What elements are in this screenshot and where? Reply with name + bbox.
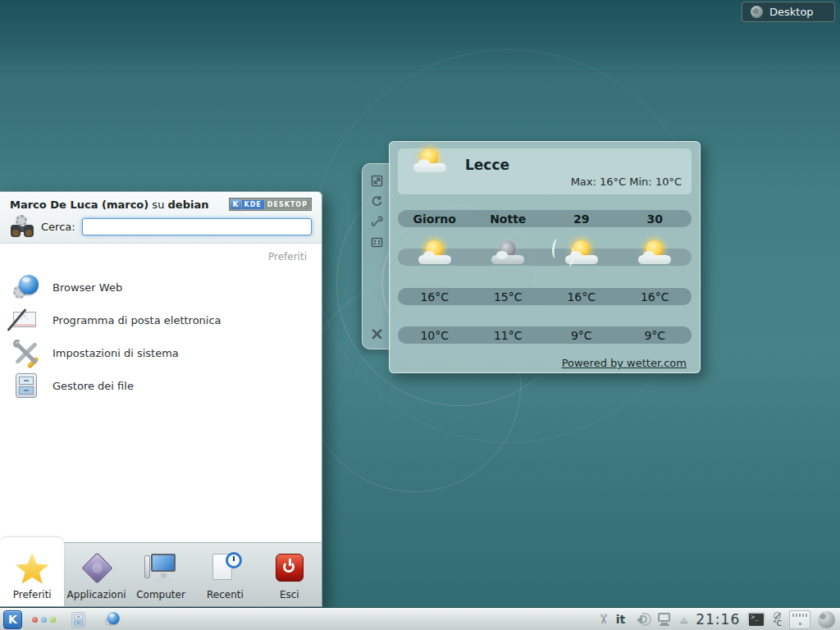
kde-desktop-badge: K KDE DESKTOP bbox=[229, 198, 313, 211]
col-header: Notte bbox=[472, 212, 546, 226]
file-manager-launcher-icon[interactable] bbox=[71, 612, 86, 628]
user-identity: Marco De Luca (marco) su debian bbox=[10, 199, 208, 211]
applications-diamond-icon bbox=[80, 552, 114, 585]
panel-toolbox-cashew-icon[interactable] bbox=[818, 611, 835, 628]
kickoff-content: Preferiti Browser Web Programma di posta… bbox=[0, 244, 322, 542]
weather-city: Lecce bbox=[465, 157, 509, 173]
power-off-icon bbox=[272, 552, 307, 585]
night-temp: 11°C bbox=[472, 329, 546, 342]
computer-icon bbox=[144, 552, 178, 585]
night-temp: 9°C bbox=[545, 329, 619, 342]
file-manager-icon bbox=[13, 372, 39, 399]
resize-icon[interactable] bbox=[371, 174, 384, 187]
col-header: 30 bbox=[619, 212, 692, 226]
kmenu-launcher-button[interactable]: K bbox=[3, 610, 22, 629]
col-header: Giorno bbox=[398, 212, 472, 226]
user-name: Marco De Luca (marco) bbox=[10, 199, 148, 211]
night-temp: 9°C bbox=[619, 329, 692, 342]
rotate-icon[interactable] bbox=[371, 194, 384, 208]
weather-unit-label: °C bbox=[773, 620, 782, 628]
tab-esci[interactable]: Esci bbox=[258, 543, 322, 606]
weather-column-headers: Giorno Notte 29 30 bbox=[398, 210, 692, 227]
host-name: debian bbox=[168, 199, 209, 211]
tab-applicazioni[interactable]: Applicazioni bbox=[64, 543, 128, 606]
favorite-item-system-settings[interactable]: Impostazioni di sistema bbox=[0, 336, 322, 369]
tab-label: Esci bbox=[280, 589, 299, 600]
sun-cloud-icon bbox=[637, 240, 672, 265]
weather-header: Lecce Max: 16°C Min: 10°C bbox=[398, 148, 692, 194]
favorite-item-file-manager[interactable]: Gestore dei file bbox=[0, 369, 322, 402]
weather-tray-icon[interactable]: °C bbox=[773, 612, 782, 628]
crescent-decoration bbox=[551, 238, 562, 258]
klipper-scissors-icon[interactable]: ✂ bbox=[596, 614, 609, 624]
web-browser-icon bbox=[13, 274, 39, 300]
section-label: Preferiti bbox=[268, 251, 307, 262]
recent-documents-icon bbox=[208, 552, 242, 585]
dot-green bbox=[50, 617, 56, 623]
desktop-toolbox[interactable]: Desktop bbox=[742, 2, 835, 22]
wetter-com-link[interactable]: Powered by wetter.com bbox=[562, 357, 687, 369]
tab-label: Preferiti bbox=[13, 589, 52, 600]
day-temp: 16°C bbox=[619, 290, 692, 304]
search-label: Cerca: bbox=[41, 221, 75, 233]
search-binoculars-icon bbox=[10, 214, 34, 239]
weather-minmax: Max: 16°C Min: 10°C bbox=[571, 176, 682, 188]
favorite-label: Browser Web bbox=[52, 281, 122, 294]
search-input[interactable] bbox=[82, 218, 312, 235]
dot-blue bbox=[41, 617, 47, 623]
network-monitor-icon[interactable] bbox=[656, 612, 673, 627]
kde-logo-icon: K bbox=[231, 199, 241, 209]
tab-label: Computer bbox=[136, 589, 185, 600]
favorite-item-browser[interactable]: Browser Web bbox=[0, 271, 322, 304]
weather-icons-row bbox=[398, 249, 692, 266]
kickoff-menu: Marco De Luca (marco) su debian K KDE DE… bbox=[0, 191, 322, 607]
terminal-icon[interactable]: >_ bbox=[747, 612, 765, 628]
weather-widget: Lecce Max: 16°C Min: 10°C Giorno Notte 2… bbox=[389, 141, 701, 373]
maximize-icon[interactable] bbox=[371, 235, 384, 249]
night-temp: 10°C bbox=[398, 329, 472, 342]
kickoff-header: Marco De Luca (marco) su debian K KDE DE… bbox=[0, 192, 322, 244]
weather-night-temps: 10°C 11°C 9°C 9°C bbox=[398, 326, 692, 344]
system-settings-icon bbox=[13, 340, 39, 366]
day-temp: 15°C bbox=[472, 290, 546, 304]
tab-computer[interactable]: Computer bbox=[129, 543, 193, 606]
tab-preferiti[interactable]: Preferiti bbox=[0, 537, 64, 606]
day-temp: 16°C bbox=[398, 290, 472, 304]
sun-cloud-icon bbox=[418, 240, 452, 265]
dot-red bbox=[32, 617, 38, 623]
taskbar-panel: K ✂ it 21:16 >_ °C bbox=[0, 608, 840, 630]
favorite-label: Programma di posta elettronica bbox=[52, 314, 221, 326]
cashew-icon bbox=[751, 6, 763, 18]
tray-expander-arrow[interactable] bbox=[680, 617, 688, 623]
col-header: 29 bbox=[545, 212, 619, 226]
close-icon[interactable]: × bbox=[370, 327, 385, 340]
pager-dots[interactable] bbox=[32, 617, 56, 623]
moon-cloud-icon bbox=[491, 240, 525, 265]
no-data-icon bbox=[774, 612, 781, 619]
digital-clock[interactable]: 21:16 bbox=[696, 611, 740, 628]
wallpaper-sky-band bbox=[0, 0, 840, 72]
configure-wrench-icon[interactable] bbox=[371, 215, 384, 228]
desktop-toolbox-label: Desktop bbox=[769, 6, 814, 18]
badge-kde-label: KDE bbox=[242, 200, 264, 209]
favorite-item-email[interactable]: Programma di posta elettronica bbox=[0, 304, 322, 336]
kickoff-tab-bar: Preferiti Applicazioni Computer Recenti … bbox=[0, 542, 322, 606]
badge-desktop-label: DESKTOP bbox=[265, 200, 310, 209]
day-temp: 16°C bbox=[545, 290, 619, 304]
weather-widget-handle[interactable]: × bbox=[362, 163, 391, 349]
tab-label: Applicazioni bbox=[67, 589, 126, 600]
sun-cloud-icon bbox=[413, 148, 447, 173]
favorite-label: Gestore dei file bbox=[52, 380, 134, 392]
volume-icon[interactable] bbox=[632, 613, 649, 626]
panel-widget-strip[interactable] bbox=[789, 610, 810, 629]
email-icon bbox=[13, 307, 39, 333]
star-icon bbox=[15, 552, 49, 585]
tab-recenti[interactable]: Recenti bbox=[193, 543, 257, 606]
user-connector: su bbox=[152, 199, 164, 211]
keyboard-layout-indicator[interactable]: it bbox=[616, 613, 626, 626]
favorite-label: Impostazioni di sistema bbox=[52, 347, 179, 359]
tab-label: Recenti bbox=[207, 589, 244, 600]
weather-day-temps: 16°C 15°C 16°C 16°C bbox=[398, 288, 692, 305]
web-browser-launcher-icon[interactable] bbox=[105, 612, 121, 628]
